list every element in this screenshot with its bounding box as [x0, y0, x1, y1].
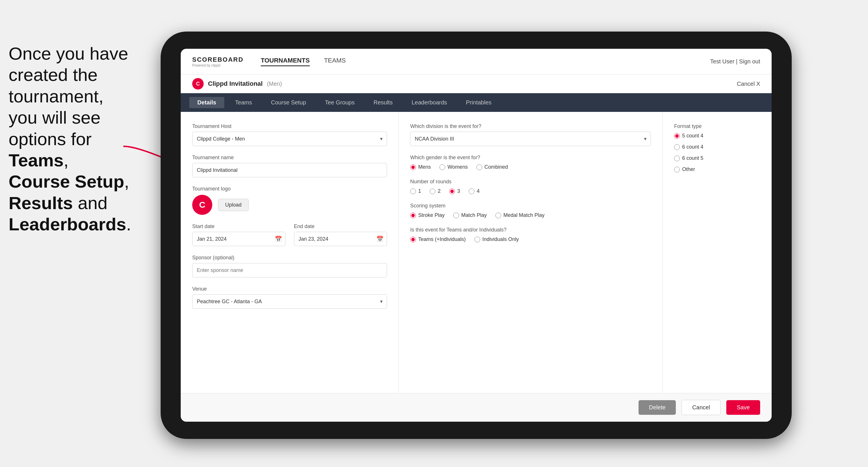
left-text-line4: you will see: [9, 107, 100, 127]
division-select-wrapper: NCAA Division III: [410, 132, 651, 146]
nav-tournaments[interactable]: TOURNAMENTS: [261, 57, 310, 66]
left-text-line2: created the: [9, 65, 97, 85]
tournament-name-group: Tournament name: [192, 155, 387, 177]
tab-bar: Details Teams Course Setup Tee Groups Re…: [181, 93, 772, 112]
tournament-logo-group: Tournament logo C Upload: [192, 186, 387, 215]
upload-button[interactable]: Upload: [218, 199, 249, 211]
tab-tee-groups[interactable]: Tee Groups: [317, 97, 363, 108]
save-button[interactable]: Save: [726, 400, 760, 415]
end-date-label: End date: [294, 223, 387, 229]
tournament-host-select[interactable]: Clippd College - Men: [192, 132, 387, 146]
left-text-bold2: Course Setup: [9, 172, 124, 191]
start-date-wrapper: 📅: [192, 232, 285, 246]
tablet-screen: SCOREBOARD Powered by clippd TOURNAMENTS…: [181, 49, 772, 422]
left-text-line5: options for: [9, 129, 92, 149]
tab-details[interactable]: Details: [189, 97, 224, 108]
gender-womens[interactable]: Womens: [439, 164, 468, 170]
end-date-wrapper: 📅: [294, 232, 387, 246]
logo-title: SCOREBOARD: [192, 56, 244, 63]
tab-results[interactable]: Results: [366, 97, 401, 108]
venue-select[interactable]: Peachtree GC - Atlanta - GA: [192, 294, 387, 309]
rounds-radio-group: 1 2 3 4: [410, 188, 651, 194]
teams-plus-individuals[interactable]: Teams (+Individuals): [410, 237, 466, 242]
sponsor-group: Sponsor (optional): [192, 255, 387, 277]
scoring-group: Scoring system Stroke Play Match Play: [410, 203, 651, 218]
rounds-group: Number of rounds 1 2 3: [410, 179, 651, 194]
venue-group: Venue Peachtree GC - Atlanta - GA: [192, 286, 387, 309]
end-date-input[interactable]: [294, 232, 387, 246]
left-text-bold1: Teams: [9, 150, 64, 170]
tournament-name-label: Tournament name: [192, 155, 387, 161]
format-6count4[interactable]: 6 count 4: [674, 144, 760, 150]
tournament-host-group: Tournament Host Clippd College - Men: [192, 123, 387, 146]
logo-area: SCOREBOARD Powered by clippd: [192, 56, 244, 67]
rounds-4[interactable]: 4: [469, 188, 479, 194]
logo-upload-area: C Upload: [192, 195, 387, 215]
form-area: Tournament Host Clippd College - Men Tou…: [181, 112, 399, 393]
start-date-label: Start date: [192, 223, 285, 229]
tab-teams[interactable]: Teams: [227, 97, 260, 108]
rounds-3[interactable]: 3: [449, 188, 460, 194]
left-text-period: .: [126, 214, 131, 234]
division-label: Which division is the event for?: [410, 123, 651, 129]
scoring-label: Scoring system: [410, 203, 651, 209]
tablet-frame: SCOREBOARD Powered by clippd TOURNAMENTS…: [161, 32, 792, 439]
gender-label: Which gender is the event for?: [410, 155, 651, 161]
gender-mens[interactable]: Mens: [410, 164, 431, 170]
scoring-stroke[interactable]: Stroke Play: [410, 212, 444, 218]
end-date-group: End date 📅: [294, 223, 387, 246]
tab-printables[interactable]: Printables: [458, 97, 499, 108]
middle-area: Which division is the event for? NCAA Di…: [399, 112, 662, 393]
left-text-comma2: ,: [124, 172, 129, 191]
gender-combined[interactable]: Combined: [476, 164, 508, 170]
tournament-host-label: Tournament Host: [192, 123, 387, 129]
nav-teams[interactable]: TEAMS: [324, 57, 346, 66]
nav-links: TOURNAMENTS TEAMS: [261, 57, 710, 66]
breadcrumb-bar: C Clippd Invitational (Men) Cancel X: [181, 74, 772, 93]
individuals-only[interactable]: Individuals Only: [474, 237, 519, 242]
breadcrumb-cancel[interactable]: Cancel X: [737, 81, 760, 87]
main-content: Tournament Host Clippd College - Men Tou…: [181, 112, 772, 393]
right-area: Format type 5 count 4 6 count 4 6 count …: [662, 112, 772, 393]
venue-label: Venue: [192, 286, 387, 292]
sponsor-input[interactable]: [192, 263, 387, 277]
format-6count5[interactable]: 6 count 5: [674, 155, 760, 161]
left-text-bold3: Results: [9, 193, 73, 213]
left-text-and: and: [73, 193, 107, 213]
format-type-group: 5 count 4 6 count 4 6 count 5 Other: [674, 133, 760, 173]
delete-button[interactable]: Delete: [639, 400, 676, 415]
scoring-medal-match[interactable]: Medal Match Play: [495, 212, 545, 218]
left-text-comma1: ,: [64, 150, 68, 170]
format-other[interactable]: Other: [674, 166, 760, 173]
teams-individuals-label: Is this event for Teams and/or Individua…: [410, 227, 651, 233]
tournament-name-input[interactable]: [192, 163, 387, 177]
teams-individuals-radio-group: Teams (+Individuals) Individuals Only: [410, 237, 651, 242]
rounds-label: Number of rounds: [410, 179, 651, 185]
left-text-line1: Once you have: [9, 43, 128, 63]
tab-course-setup[interactable]: Course Setup: [263, 97, 314, 108]
breadcrumb-icon: C: [192, 78, 204, 90]
logo-subtitle: Powered by clippd: [192, 63, 244, 67]
tab-leaderboards[interactable]: Leaderboards: [404, 97, 455, 108]
top-nav: SCOREBOARD Powered by clippd TOURNAMENTS…: [181, 49, 772, 74]
rounds-1[interactable]: 1: [410, 188, 421, 194]
division-select[interactable]: NCAA Division III: [410, 132, 651, 146]
breadcrumb-left: C Clippd Invitational (Men): [192, 78, 282, 90]
bottom-bar: Delete Cancel Save: [181, 393, 772, 422]
scoring-radio-group: Stroke Play Match Play Medal Match Play: [410, 212, 651, 218]
user-info[interactable]: Test User | Sign out: [710, 58, 760, 65]
cancel-button[interactable]: Cancel: [682, 400, 720, 415]
format-5count4[interactable]: 5 count 4: [674, 133, 760, 139]
venue-select-wrapper: Peachtree GC - Atlanta - GA: [192, 294, 387, 309]
gender-radio-group: Mens Womens Combined: [410, 164, 651, 170]
breadcrumb-sub: (Men): [267, 81, 282, 87]
user-area: Test User | Sign out: [710, 58, 760, 65]
sponsor-label: Sponsor (optional): [192, 255, 387, 261]
gender-group: Which gender is the event for? Mens Wome…: [410, 155, 651, 170]
rounds-2[interactable]: 2: [430, 188, 441, 194]
start-date-input[interactable]: [192, 232, 285, 246]
logo-circle: C: [192, 195, 212, 215]
date-row: Start date 📅 End date 📅: [192, 223, 387, 246]
scoring-match[interactable]: Match Play: [453, 212, 487, 218]
left-text-block: Once you have created the tournament, yo…: [0, 37, 149, 241]
